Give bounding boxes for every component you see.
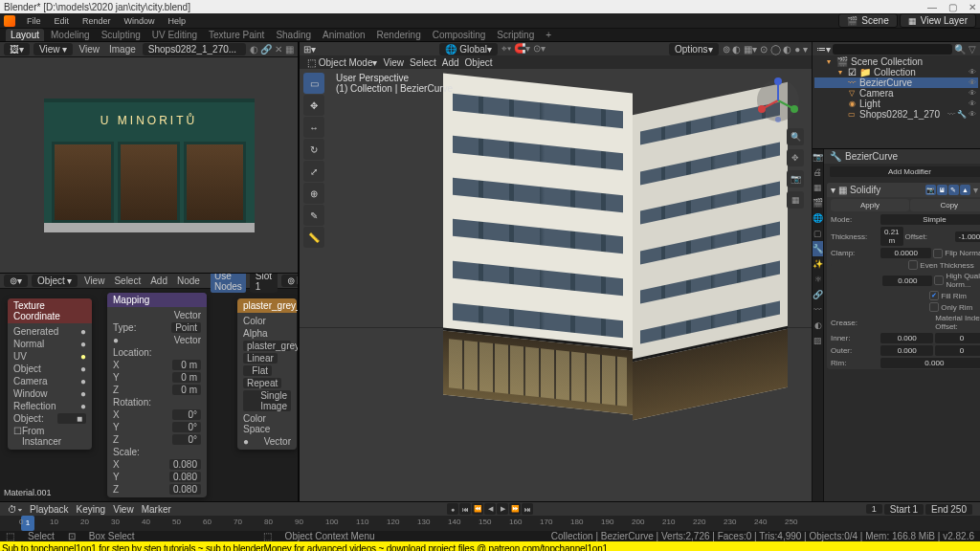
vg-val[interactable]: 0.000 (882, 276, 932, 286)
tab-compositing[interactable]: Compositing (428, 29, 491, 41)
tab-shading[interactable]: Shading (271, 29, 316, 41)
proptab-constraints[interactable]: 🔗 (813, 287, 823, 302)
prev-key-icon[interactable]: ⏪ (472, 503, 483, 515)
image-toolbar-icons[interactable]: ◐ 🔗 ✕ ▦ (250, 44, 294, 55)
thickness-field[interactable]: 0.21 m (880, 227, 903, 246)
menu-help[interactable]: Help (163, 15, 192, 27)
orientation-dd[interactable]: 🌐 Global▾ (439, 43, 498, 55)
fill-check[interactable]: ✔ (929, 291, 939, 300)
close-icon[interactable]: ✕ (969, 2, 976, 12)
nav-gizmo[interactable] (754, 77, 802, 124)
node-menu-node[interactable]: Node (174, 276, 203, 286)
maximize-icon[interactable]: ▢ (948, 2, 957, 12)
frame-end[interactable]: End 250 (925, 504, 972, 515)
mod-display-cage[interactable]: ▲ (960, 185, 970, 195)
offset-field[interactable]: -1.0000 (955, 231, 980, 242)
tool-scale[interactable]: ⤢ (303, 161, 324, 182)
tree-light[interactable]: ◉Light👁 (814, 99, 978, 109)
image-name-field[interactable]: Shops0282_1_270... (143, 43, 246, 55)
3d-viewport[interactable]: ⊞▾ 🌐 Global▾ ⌖▾ 🧲▾ ⊙▾ Options▾ ⊚ ◐ ▦▾ ⊙ … (299, 42, 812, 501)
tool-move[interactable]: ↔ (303, 117, 324, 138)
viewlayer-dropdown[interactable]: ▦ View Layer (900, 13, 976, 28)
tool-transform[interactable]: ⊕ (303, 183, 324, 204)
proptab-world[interactable]: 🌐 (813, 210, 823, 226)
tool-select-box[interactable]: ▭ (303, 73, 324, 94)
mod-display-render[interactable]: 📷 (925, 185, 936, 195)
proptab-material[interactable]: ◐ (813, 318, 823, 333)
tree-camera[interactable]: ▽Camera👁 (814, 88, 978, 99)
tab-sculpting[interactable]: Sculpting (97, 29, 145, 41)
even-check[interactable] (908, 260, 918, 270)
hq-check[interactable] (934, 276, 944, 285)
tab-animation[interactable]: Animation (318, 29, 369, 41)
tree-collection[interactable]: ▾☑📁Collection👁 (814, 67, 978, 77)
tab-add[interactable]: + (541, 29, 556, 41)
snap-icons[interactable]: ⌖▾ 🧲▾ ⊙▾ (501, 43, 546, 55)
tab-layout[interactable]: Layout (6, 29, 44, 41)
tree-shops[interactable]: ▭Shops0282_1_270〰 🔧 👁 (814, 109, 978, 120)
node-image-texture[interactable]: plaster_grey_04_dif... Color Alpha plast… (237, 298, 297, 450)
mod-name[interactable]: Solidify (850, 185, 880, 195)
node-mapping[interactable]: Mapping Vector Type:Point ●Vector Locati… (107, 293, 207, 497)
tab-uv[interactable]: UV Editing (147, 29, 202, 41)
tab-modeling[interactable]: Modeling (46, 29, 95, 41)
building-mesh[interactable] (443, 70, 788, 472)
tl-menu-view[interactable]: View (113, 504, 134, 515)
jump-start-icon[interactable]: ⏮ (459, 503, 471, 515)
next-key-icon[interactable]: ⏩ (509, 503, 521, 515)
rim-field[interactable]: 0.000 (880, 358, 980, 368)
tab-rendering[interactable]: Rendering (372, 29, 426, 41)
timeline-ruler[interactable]: 1 01020304050607080901001101201301401501… (0, 516, 980, 531)
menu-edit[interactable]: Edit (49, 15, 76, 27)
tl-menu-marker[interactable]: Marker (142, 504, 171, 515)
proptab-modifiers[interactable]: 🔧 (813, 241, 823, 256)
node-menu-add[interactable]: Add (147, 276, 170, 286)
tool-annotate[interactable]: ✎ (303, 205, 324, 226)
shader-node-editor[interactable]: ⊚▾ Object▾ View Select Add Node Use Node… (0, 274, 299, 501)
tool-cursor[interactable]: ✥ (303, 95, 324, 116)
view-mode-dropdown[interactable]: View▾ (33, 43, 73, 55)
img-menu-image[interactable]: Image (106, 44, 139, 55)
viewport-editor-icon[interactable]: ⊞▾ (303, 44, 316, 55)
node-menu-view[interactable]: View (81, 276, 108, 286)
mod-display-edit[interactable]: ✎ (948, 185, 959, 195)
material-dd[interactable]: ⊚ Material (281, 275, 299, 287)
vp-menu-view[interactable]: View (383, 57, 404, 68)
tree-scene[interactable]: ▾🎬Scene Collection (814, 56, 978, 67)
img-menu-view[interactable]: View (77, 44, 103, 55)
clamp-field[interactable]: 0.0000 (880, 248, 931, 258)
vp-menu-add[interactable]: Add (442, 57, 459, 68)
nav-zoom-icon[interactable]: 🔍 (787, 128, 804, 145)
mod-menu-icon[interactable]: ▾ ✕ (973, 185, 980, 195)
editor-type-icon[interactable]: 🖼▾ (4, 43, 30, 55)
flip-check[interactable] (933, 249, 943, 258)
mod-expand-icon[interactable]: ▾ (831, 185, 835, 195)
node-menu-select[interactable]: Select (111, 276, 144, 286)
proptab-physics[interactable]: ⚛ (813, 272, 823, 287)
mode-dd[interactable]: Simple (880, 214, 980, 225)
minimize-icon[interactable]: — (927, 2, 937, 12)
only-check[interactable] (929, 302, 939, 312)
proptab-scene[interactable]: 🎬 (813, 195, 823, 210)
vgroup-field[interactable] (831, 264, 906, 266)
add-modifier-dropdown[interactable]: Add Modifier (830, 166, 980, 177)
frame-current[interactable]: 1 (866, 504, 882, 514)
tab-texture[interactable]: Texture Paint (204, 29, 269, 41)
tool-measure[interactable]: 📏 (303, 227, 324, 248)
tl-menu-keying[interactable]: Keying (77, 504, 106, 515)
proptab-data[interactable]: 〰 (813, 302, 823, 318)
tree-beziercurve[interactable]: 〰BezierCurve👁 (814, 77, 978, 88)
proptab-output[interactable]: 🖨 (813, 165, 823, 180)
slot-dd[interactable]: Slot 1 (250, 274, 278, 293)
copy-button[interactable]: Copy (910, 199, 980, 211)
mode-dropdown[interactable]: ⬚ Object Mode▾ (307, 57, 377, 68)
nav-move-icon[interactable]: ✥ (787, 149, 804, 166)
outliner-filter-icon[interactable]: 🔍 ▽ (954, 44, 976, 55)
outliner-type-icon[interactable]: ≔▾ (816, 44, 831, 55)
timeline-type-icon[interactable]: ⏱▾ (8, 504, 22, 515)
vp-menu-object[interactable]: Object (465, 57, 493, 68)
shader-type-dd[interactable]: Object▾ (32, 275, 78, 287)
proptab-object[interactable]: ▢ (813, 226, 823, 241)
frame-start[interactable]: Start 1 (884, 504, 924, 515)
tab-scripting[interactable]: Scripting (492, 29, 539, 41)
